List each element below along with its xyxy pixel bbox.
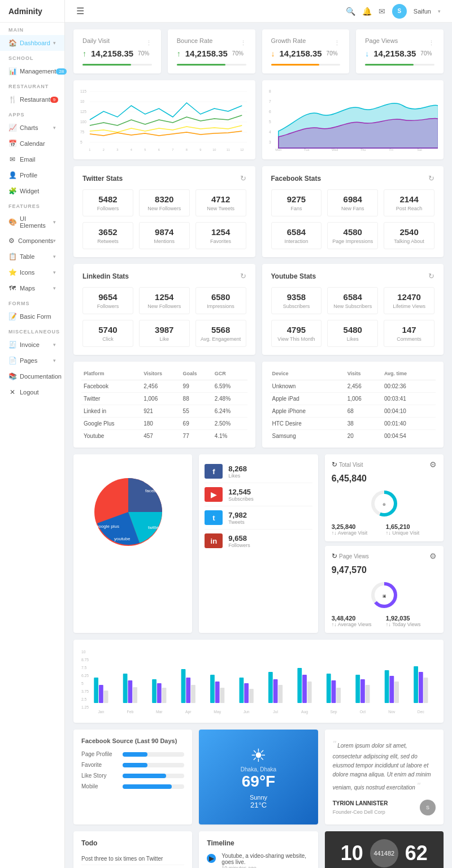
sidebar-item-invoice[interactable]: 🧾 Invoice ▾ — [0, 337, 64, 353]
svg-text:Wed: Wed — [331, 148, 338, 151]
todo-item-1: Post three to six times on Twitter — [81, 853, 184, 865]
daily-visit-pct: 70% — [138, 50, 149, 57]
chevron-right-icon: ▾ — [53, 270, 56, 275]
svg-text:Apr: Apr — [185, 710, 192, 714]
unique-visit-label: ↑↓ Unique Visit — [386, 530, 437, 536]
svg-rect-79 — [327, 674, 331, 703]
li-label: Followers — [228, 542, 250, 548]
logout-icon: ✕ — [8, 388, 16, 396]
page-views-pct: 70% — [420, 50, 432, 57]
refresh-icon[interactable]: ↻ — [240, 272, 246, 280]
sidebar-item-ui-elements[interactable]: 🎨 UI Elements ▾ — [0, 211, 64, 233]
goals-col-header: Goals — [181, 367, 212, 380]
more-icon[interactable]: ⋮ — [240, 40, 246, 47]
sidebar-item-components[interactable]: ⚙ Components ▾ — [0, 233, 64, 249]
refresh-icon[interactable]: ↻ — [240, 174, 246, 183]
charts-icon: 📈 — [8, 124, 16, 132]
refresh-icon[interactable]: ↻ — [428, 272, 434, 280]
mail-icon[interactable]: ✉ — [379, 7, 385, 16]
table-icon: 📋 — [8, 253, 16, 261]
svg-text:Aug: Aug — [301, 710, 308, 714]
sidebar-item-maps[interactable]: 🗺 Maps ▾ — [0, 280, 64, 296]
twitter-stat-mentions: 9874 Mentions — [139, 222, 190, 249]
sidebar-item-profile[interactable]: 👤 Profile — [0, 167, 64, 183]
fb-stat-fans: 9275 Fans — [271, 189, 322, 216]
svg-rect-71 — [244, 683, 249, 703]
sidebar-section-restaurant: RESTAURANT — [0, 79, 64, 92]
fb-source-page-profile: Page Profile — [81, 751, 184, 757]
svg-rect-80 — [332, 680, 336, 703]
svg-text:google plus: google plus — [96, 524, 119, 529]
settings-icon[interactable]: ⚙ — [429, 460, 437, 469]
svg-text:12: 12 — [240, 148, 244, 151]
stats-cards-row: Daily Visit ⋮ ↑ 14,2158.35 70% Bounce Ra… — [65, 23, 452, 80]
sidebar-item-icons[interactable]: ⭐ Icons ▾ — [0, 264, 64, 280]
twitter-stats-card: Twitter Stats ↻ 5482 Followers 8320 New … — [73, 166, 255, 257]
refresh-icon[interactable]: ↻ — [332, 552, 337, 560]
sidebar-label-icons: Icons — [20, 269, 34, 276]
refresh-icon[interactable]: ↻ — [332, 461, 337, 468]
svg-text:Nov: Nov — [388, 710, 395, 714]
page-views-donut: ▣ — [370, 581, 398, 609]
svg-text:6: 6 — [158, 148, 160, 151]
facebook-source-card: Facebook Source (Last 90 Days) Page Prof… — [73, 730, 192, 824]
sidebar-item-dashboard[interactable]: 🏠 Dashboard ▾ — [0, 35, 64, 51]
social-count-youtube: ▶ 12,545 Subscribes — [205, 483, 312, 506]
sidebar-item-calendar[interactable]: 📅 Calendar — [0, 136, 64, 151]
bounce-rate-label: Bounce Rate — [177, 37, 213, 44]
bell-icon[interactable]: 🔔 — [362, 7, 372, 16]
chevron-down-icon: ▾ — [53, 40, 56, 46]
svg-text:5: 5 — [80, 140, 82, 144]
top-header: ☰ 🔍 🔔 ✉ S Saifun ▾ — [65, 0, 452, 23]
sidebar-item-documentation[interactable]: 📚 Documentation — [0, 368, 64, 384]
li-stat-like: 3987 Like — [139, 320, 190, 347]
svg-text:1: 1 — [89, 148, 90, 151]
sidebar-item-pages[interactable]: 📄 Pages ▾ — [0, 353, 64, 368]
svg-text:75: 75 — [80, 130, 85, 134]
quote-card: " Lorem ipsum dolor sit amet, consectetu… — [325, 730, 444, 824]
settings-icon[interactable]: ⚙ — [429, 552, 437, 561]
social-count-facebook: f 8,268 Likes — [205, 460, 312, 483]
header-left: ☰ — [76, 6, 84, 16]
svg-text:3: 3 — [268, 140, 271, 144]
hamburger-button[interactable]: ☰ — [76, 6, 84, 16]
sidebar-item-charts[interactable]: 📈 Charts ▾ — [0, 120, 64, 136]
search-icon[interactable]: 🔍 — [346, 7, 355, 16]
yt-stat-view-this-month: 4795 View This Month — [271, 320, 322, 347]
more-icon[interactable]: ⋮ — [428, 40, 434, 47]
svg-text:2.5: 2.5 — [81, 697, 87, 701]
li-stat-followers: 9654 Followers — [82, 287, 133, 314]
sidebar-item-restaurant[interactable]: 🍴 Restaurant 9 — [0, 92, 64, 107]
svg-text:Jun: Jun — [244, 710, 250, 714]
svg-text:10: 10 — [81, 650, 86, 654]
area-chart: 8 7 6 5 4 3 Mon Tue Wed Thu Fri Sat — [262, 80, 444, 159]
bounce-rate-value: 14,2158.35 — [185, 49, 228, 58]
weather-condition: Sunny — [250, 794, 267, 801]
device-col-header: Device — [270, 367, 345, 380]
user-name[interactable]: Saifun — [414, 8, 431, 15]
svg-rect-62 — [157, 683, 162, 703]
more-icon[interactable]: ⋮ — [334, 40, 340, 47]
bar-chart-section: 10 8.75 7.5 6.25 5 3.75 2.5 1.25 — [73, 640, 444, 723]
page-views-value: 14,2158.35 — [373, 49, 416, 58]
sidebar-item-logout[interactable]: ✕ Logout — [0, 384, 64, 400]
chevron-right-icon: ▾ — [53, 238, 56, 244]
sidebar-item-email[interactable]: ✉ Email — [0, 151, 64, 167]
sidebar-item-basic-form[interactable]: 📝 Basic Form — [0, 309, 64, 324]
linkedin-stats-title: Linkedin Stats — [82, 272, 129, 280]
svg-text:8: 8 — [268, 89, 271, 93]
bar-chart: 10 8.75 7.5 6.25 5 3.75 2.5 1.25 — [80, 646, 437, 714]
svg-text:twitter: twitter — [148, 525, 160, 530]
twitter-right-num: 62 — [405, 841, 428, 865]
more-icon[interactable]: ⋮ — [146, 40, 152, 47]
sidebar-item-table[interactable]: 📋 Table ▾ — [0, 249, 64, 264]
fb-stat-new-fans: 6984 New Fans — [327, 189, 378, 216]
platform-table-card: Platform Visitors Goals GCR Facebook 2,4… — [73, 362, 255, 448]
refresh-icon[interactable]: ↻ — [428, 174, 434, 183]
svg-rect-73 — [268, 672, 273, 703]
li-stat-new-followers: 1254 New Followers — [139, 287, 190, 314]
fb-stat-interaction: 6584 Interaction — [271, 222, 322, 249]
restaurant-badge: 9 — [50, 97, 58, 103]
sidebar-item-widget[interactable]: 🧩 Widget — [0, 183, 64, 199]
sidebar-item-management[interactable]: 📊 Management 28 — [0, 63, 64, 79]
